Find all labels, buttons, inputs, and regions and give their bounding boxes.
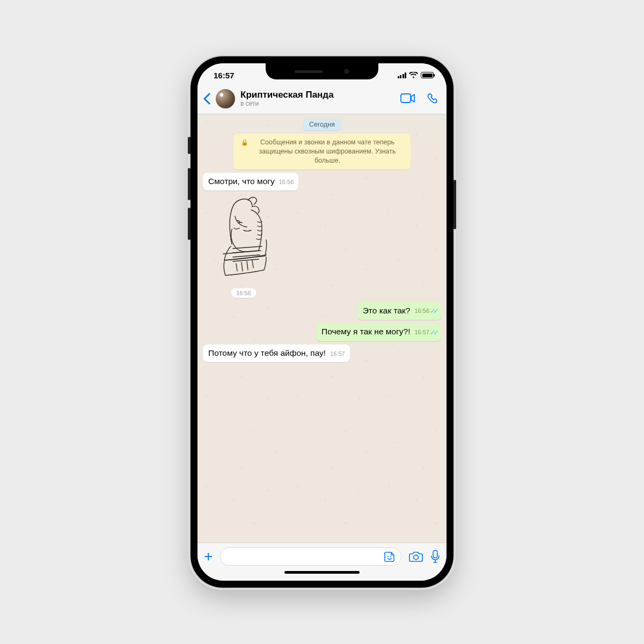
front-camera — [344, 69, 349, 74]
svg-rect-0 — [401, 94, 411, 103]
message-timestamp: 16:56 — [231, 288, 256, 298]
egyptian-queen-sticker — [206, 195, 281, 286]
read-receipt-icon: ✓✓ — [430, 328, 436, 337]
message-text: Это как так? — [363, 305, 411, 316]
encryption-notice[interactable]: 🔒 Сообщения и звонки в данном чате тепер… — [233, 134, 411, 170]
phone-frame: 16:57 Криптическая Панда в сети — [191, 56, 453, 588]
svg-point-1 — [387, 556, 389, 557]
message-timestamp: 16:56 — [414, 308, 429, 315]
message-outgoing[interactable]: Это как так? 16:56✓✓ — [203, 302, 441, 320]
svg-point-3 — [414, 555, 418, 559]
notch — [266, 63, 378, 79]
encryption-notice-text: Сообщения и звонки в данном чате теперь … — [252, 138, 403, 165]
svg-point-2 — [390, 556, 391, 557]
screen: 16:57 Криптическая Панда в сети — [197, 63, 447, 581]
mute-switch[interactable] — [188, 137, 191, 154]
message-text: Смотри, что могу — [208, 176, 275, 187]
message-incoming[interactable]: Смотри, что могу 16:56 — [203, 173, 441, 191]
message-outgoing[interactable]: Почему я так не могу?! 16:57✓✓ — [203, 323, 441, 341]
attach-button[interactable]: + — [204, 549, 213, 564]
contact-info[interactable]: Криптическая Панда в сети — [240, 90, 395, 107]
message-text: Почему я так не могу?! — [321, 326, 410, 337]
lock-icon: 🔒 — [241, 138, 248, 165]
message-timestamp: 16:57 — [414, 329, 429, 336]
voice-call-button[interactable] — [426, 93, 438, 105]
message-incoming[interactable]: Потому что у тебя айфон, пау! 16:57 — [203, 345, 441, 362]
volume-up-button[interactable] — [188, 168, 191, 200]
message-timestamp: 16:57 — [330, 350, 345, 358]
cellular-signal-icon — [398, 72, 407, 78]
home-indicator[interactable] — [197, 569, 447, 581]
volume-down-button[interactable] — [188, 208, 191, 240]
chat-scroll-area[interactable]: Сегодня 🔒 Сообщения и звонки в данном ча… — [197, 114, 447, 543]
input-bar: + — [197, 543, 447, 569]
message-sticker[interactable]: 16:56 — [206, 195, 281, 298]
video-call-button[interactable] — [400, 93, 415, 105]
voice-record-button[interactable] — [430, 550, 440, 564]
sticker-picker-button[interactable] — [384, 551, 396, 562]
date-chip: Сегодня — [303, 119, 341, 130]
battery-icon — [421, 72, 434, 78]
back-button[interactable] — [203, 93, 210, 105]
read-receipt-icon: ✓✓ — [430, 307, 436, 316]
message-input[interactable] — [220, 547, 401, 566]
message-text: Потому что у тебя айфон, пау! — [208, 348, 326, 358]
svg-rect-4 — [433, 551, 437, 558]
chat-header: Криптическая Панда в сети — [197, 87, 447, 114]
contact-name: Криптическая Панда — [240, 90, 395, 100]
earpiece — [295, 70, 323, 73]
contact-avatar[interactable] — [216, 89, 235, 108]
status-time: 16:57 — [214, 71, 234, 80]
contact-presence: в сети — [240, 100, 395, 107]
power-button[interactable] — [453, 180, 456, 229]
camera-button[interactable] — [409, 551, 423, 562]
message-timestamp: 16:56 — [279, 179, 294, 187]
wifi-icon — [409, 72, 418, 78]
